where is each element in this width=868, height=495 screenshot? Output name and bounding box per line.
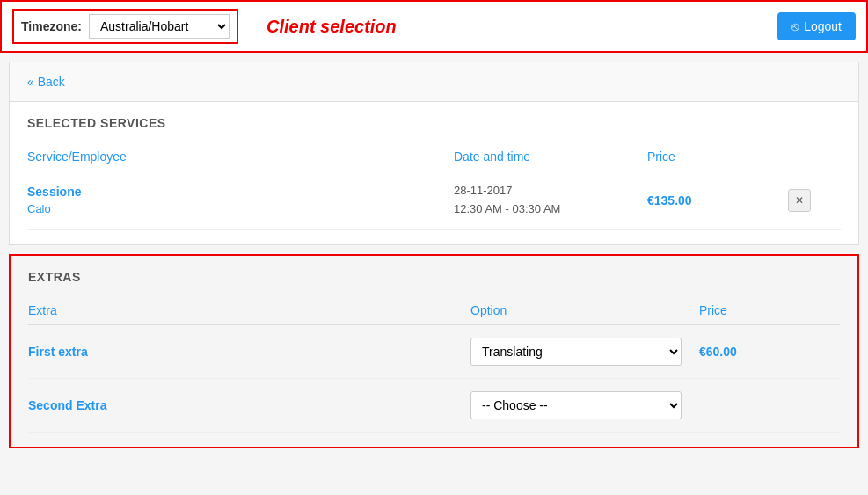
extras-section: EXTRAS Extra Option Price First extra Tr…	[9, 254, 859, 448]
extras-table-row: First extra Translating Option 2 Option …	[28, 325, 840, 379]
extras-col-extra: Extra	[28, 303, 470, 317]
main-content: « Back SELECTED SERVICES Service/Employe…	[9, 62, 859, 245]
service-employee: Calo	[27, 202, 454, 215]
extras-col-option: Option	[470, 303, 699, 317]
extras-title: EXTRAS	[28, 270, 840, 284]
logout-icon: ⎋	[791, 19, 799, 33]
service-info: Sessione Calo	[27, 185, 454, 215]
extra-option-select-1[interactable]: Translating Option 2 Option 3	[470, 338, 682, 366]
remove-cell: ✕	[788, 189, 841, 212]
col-datetime: Date and time	[454, 149, 647, 164]
selected-services-title: SELECTED SERVICES	[27, 116, 841, 130]
service-price: €135.00	[647, 193, 788, 207]
extra-option-select-2[interactable]: -- Choose -- Option A Option B	[470, 391, 682, 419]
title-italic: Client selection	[266, 17, 397, 36]
remove-service-button[interactable]: ✕	[788, 189, 811, 212]
service-date: 28-11-2017	[454, 182, 647, 200]
services-table-header: Service/Employee Date and time Price	[27, 142, 841, 171]
extra-option-1-cell: Translating Option 2 Option 3	[470, 338, 699, 366]
table-row: Sessione Calo 28-11-2017 12:30 AM - 03:3…	[27, 171, 841, 230]
top-bar: Timezone: Australia/Hobart UTC America/N…	[0, 0, 868, 53]
extra-option-2-cell: -- Choose -- Option A Option B	[470, 391, 699, 419]
extras-table-header: Extra Option Price	[28, 296, 840, 325]
date-time-col: 28-11-2017 12:30 AM - 03:30 AM	[454, 182, 647, 219]
col-price: Price	[647, 149, 788, 164]
extras-table-row: Second Extra -- Choose -- Option A Optio…	[28, 379, 840, 433]
timezone-label: Timezone:	[21, 19, 82, 33]
col-service: Service/Employee	[27, 149, 454, 164]
selected-services-section: SELECTED SERVICES Service/Employee Date …	[10, 102, 858, 244]
extra-name-1: First extra	[28, 345, 470, 359]
logout-label: Logout	[804, 19, 842, 33]
service-time: 12:30 AM - 03:30 AM	[454, 200, 647, 219]
service-name: Sessione	[27, 185, 454, 199]
extra-price-1: €60.00	[699, 345, 840, 359]
timezone-select[interactable]: Australia/Hobart UTC America/New_York Eu…	[89, 14, 230, 39]
extras-col-price: Price	[699, 303, 840, 317]
back-link[interactable]: « Back	[27, 75, 65, 89]
back-bar: « Back	[10, 62, 858, 102]
extra-name-2: Second Extra	[28, 398, 470, 412]
timezone-container: Timezone: Australia/Hobart UTC America/N…	[12, 9, 238, 44]
col-action	[788, 149, 841, 164]
page-title: Client selection	[266, 17, 767, 37]
logout-button[interactable]: ⎋ Logout	[777, 12, 856, 40]
